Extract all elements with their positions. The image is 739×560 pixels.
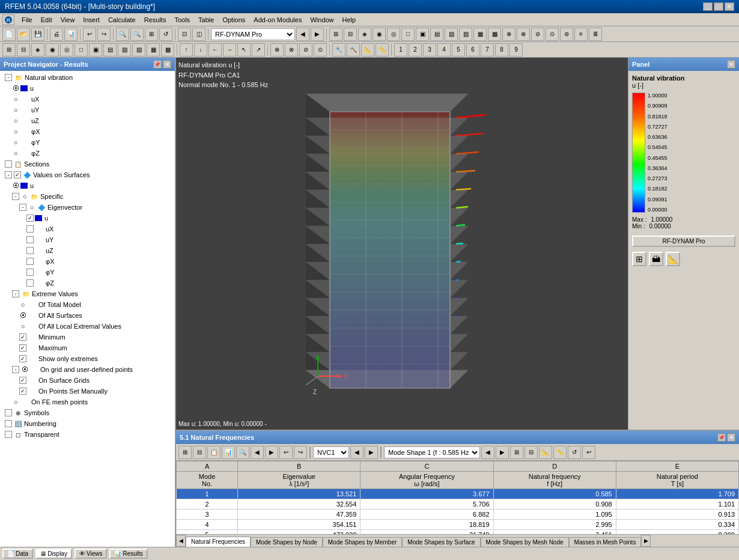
tb2-a[interactable]: ⊞: [2, 43, 16, 56]
tb2-bb[interactable]: 2: [409, 43, 422, 56]
open-btn[interactable]: 📂: [17, 28, 30, 41]
tb2-e[interactable]: ◎: [60, 43, 73, 56]
bottom-tb-c[interactable]: 📋: [207, 446, 220, 459]
menu-addon[interactable]: Add-on Modules: [250, 15, 305, 25]
nav-results-btn[interactable]: 📊 Results: [109, 549, 147, 559]
panel-close-btn[interactable]: ✕: [163, 60, 171, 68]
bottom-tb-b[interactable]: ⊟: [193, 446, 206, 459]
table-row[interactable]: 3 47.359 6.882 1.095 0.913: [177, 510, 739, 520]
panel-icon-2[interactable]: 🏔: [649, 252, 663, 266]
mode-shape-combo[interactable]: Mode Shape 1 (f : 0.585 Hz): [384, 446, 480, 458]
expand-eigenvector[interactable]: -: [19, 204, 26, 211]
tb2-l[interactable]: ▩: [161, 43, 174, 56]
bottom-tb-h[interactable]: ↩: [279, 446, 293, 459]
menu-results[interactable]: Results: [141, 15, 170, 25]
tree-eig-u[interactable]: ✓ u: [0, 213, 175, 224]
tb2-k[interactable]: ▦: [147, 43, 160, 56]
tree-specific[interactable]: - ○ 📁 Specific: [0, 191, 175, 202]
bottom-tb-a[interactable]: ⊞: [178, 446, 192, 459]
radio-total-model[interactable]: ○: [19, 301, 26, 308]
tree-uy[interactable]: ○ uY: [0, 105, 175, 115]
tb2-h[interactable]: ▤: [103, 43, 117, 56]
check-eig-phix[interactable]: [26, 258, 34, 265]
check-eig-phiy[interactable]: [26, 269, 34, 276]
tb2-ee[interactable]: 5: [452, 43, 465, 56]
check-eig-phiz[interactable]: [26, 279, 34, 287]
tab-mode-shapes-surface[interactable]: Mode Shapes by Surface: [402, 537, 480, 547]
radio-local-extremal[interactable]: ○: [19, 323, 26, 330]
tab-next-btn[interactable]: ▶: [641, 535, 651, 547]
btn-i[interactable]: ▣: [416, 28, 429, 41]
nav-data-btn[interactable]: 📄 Data: [2, 549, 33, 559]
tb2-p[interactable]: →: [223, 43, 236, 56]
btn-o[interactable]: ⊕: [502, 28, 515, 41]
prev-btn[interactable]: ◀: [296, 28, 309, 41]
next-btn[interactable]: ▶: [311, 28, 324, 41]
tb2-x[interactable]: 🔨: [347, 43, 360, 56]
check-eig-ux[interactable]: [26, 225, 34, 233]
expand-extreme[interactable]: -: [12, 290, 19, 297]
tb2-ii[interactable]: 9: [509, 43, 523, 56]
tb2-hh[interactable]: 8: [495, 43, 508, 56]
btn-u[interactable]: ≣: [589, 28, 602, 41]
check-points-manually[interactable]: ✓: [19, 388, 26, 395]
btn-f[interactable]: ◉: [373, 28, 386, 41]
tab-mode-shapes-mesh[interactable]: Mode Shapes by Mesh Node: [481, 537, 569, 547]
tree-all-surfaces[interactable]: ⦿ Of All Surfaces: [0, 310, 175, 321]
fit-btn[interactable]: ⊞: [145, 28, 158, 41]
btn-l[interactable]: ▨: [459, 28, 472, 41]
bottom-tb-f[interactable]: ◀: [251, 446, 264, 459]
check-sections[interactable]: [5, 160, 12, 168]
tree-sections[interactable]: 📋 Sections: [0, 159, 175, 169]
tab-prev-btn[interactable]: ◀: [176, 535, 186, 547]
print-btn[interactable]: 🖨: [50, 28, 63, 41]
check-values-surfaces[interactable]: ✓: [14, 171, 21, 178]
undo-btn[interactable]: ↩: [83, 28, 96, 41]
tb2-r[interactable]: ↗: [252, 43, 265, 56]
tree-extreme-values[interactable]: - 📁 Extreme Values: [0, 288, 175, 299]
tree-eigenvector[interactable]: - ○ 🔷 Eigenvector: [0, 202, 175, 213]
tb2-ff[interactable]: 6: [466, 43, 479, 56]
tree-phiy[interactable]: ○ φY: [0, 137, 175, 148]
menu-window[interactable]: Window: [306, 15, 337, 25]
tb2-gg[interactable]: 7: [481, 43, 494, 56]
radio-surface-u[interactable]: ⦿: [12, 182, 19, 189]
check-numbering[interactable]: [5, 420, 12, 427]
btn-d[interactable]: ⊟: [344, 28, 357, 41]
check-maximum[interactable]: ✓: [19, 344, 26, 352]
tb2-v[interactable]: ⊙: [314, 43, 327, 56]
nvc-combo[interactable]: NVC1: [313, 446, 349, 458]
btn-j[interactable]: ▤: [430, 28, 443, 41]
tb2-g[interactable]: ▣: [89, 43, 102, 56]
tb2-dd[interactable]: 4: [437, 43, 451, 56]
tab-natural-frequencies[interactable]: Natural Frequencies: [186, 537, 251, 547]
tab-masses[interactable]: Masses in Mesh Points: [569, 537, 642, 547]
radio-phiy[interactable]: ○: [12, 139, 19, 146]
tree-eig-ux[interactable]: uX: [0, 224, 175, 234]
tb2-d[interactable]: ◉: [46, 43, 59, 56]
tb2-y[interactable]: 📐: [361, 43, 374, 56]
radio-eigenvector[interactable]: ○: [28, 204, 35, 211]
tb2-cc[interactable]: 3: [423, 43, 436, 56]
check-transparent[interactable]: [5, 431, 12, 438]
tree-points-manually[interactable]: ✓ On Points Set Manually: [0, 386, 175, 397]
tb2-z[interactable]: 📏: [376, 43, 389, 56]
menu-help[interactable]: Help: [339, 15, 360, 25]
bottom-pin-btn[interactable]: 📌: [717, 433, 726, 442]
check-show-extremes[interactable]: ✓: [19, 355, 26, 362]
menu-options[interactable]: Options: [219, 15, 249, 25]
tb2-o[interactable]: ←: [208, 43, 222, 56]
tb2-t[interactable]: ⊗: [285, 43, 298, 56]
tree-values-surfaces[interactable]: - ✓ 🔷 Values on Surfaces: [0, 169, 175, 180]
close-btn[interactable]: ✕: [725, 2, 734, 11]
tree-eig-phiy[interactable]: φY: [0, 267, 175, 278]
tree-minimum[interactable]: ✓ Minimum: [0, 332, 175, 342]
check-eig-u[interactable]: ✓: [26, 215, 34, 222]
tb2-u[interactable]: ⊘: [299, 43, 312, 56]
menu-table[interactable]: Table: [195, 15, 217, 25]
rotate-btn[interactable]: ↺: [159, 28, 172, 41]
tree-eig-uy[interactable]: uY: [0, 234, 175, 245]
minimize-btn[interactable]: _: [703, 2, 713, 11]
btn-k[interactable]: ▧: [445, 28, 458, 41]
expand-specific[interactable]: -: [12, 193, 19, 200]
